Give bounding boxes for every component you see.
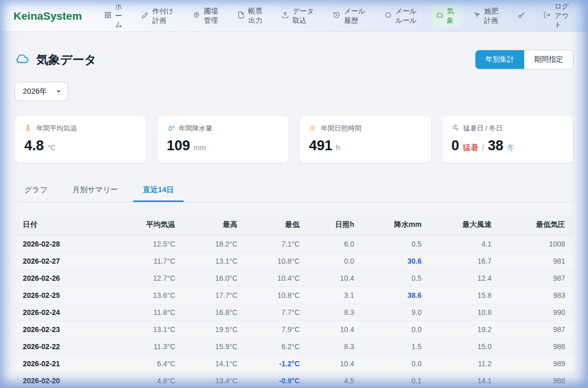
cell-rain: 38.6 xyxy=(359,287,427,304)
header-min-temp: 最低 xyxy=(243,214,305,236)
nav-item-weather[interactable]: 気象 xyxy=(431,4,460,27)
cell-rain: 0.0 xyxy=(359,321,427,338)
cell-avg-temp: 6.4°C xyxy=(129,355,180,372)
yearly-summary-button[interactable]: 年別集計 xyxy=(475,50,524,69)
nav-item-data-import[interactable]: データ取込 xyxy=(277,4,319,27)
cell-sunshine: 6.0 xyxy=(305,236,359,253)
nav-label: メールルール xyxy=(396,7,418,25)
cell-rain: 0.5 xyxy=(359,236,427,253)
cell-min-temp: -1.2°C xyxy=(243,355,305,372)
hot-days-label: 猛暑 xyxy=(463,143,479,153)
cell-min-temp: 6.2°C xyxy=(243,338,305,355)
cell-max-temp: 18.2°C xyxy=(180,236,243,253)
report-output-icon xyxy=(237,11,245,20)
stat-card-extreme-days: 猛暑日 / 冬日 0 猛暑 / 38 冬 xyxy=(442,116,574,163)
cell-max-temp: 13.1°C xyxy=(180,253,243,270)
cell-avg-temp: 12.5°C xyxy=(129,236,180,253)
year-select-value: 2026年 xyxy=(23,87,47,96)
cell-min-pressure: 987 xyxy=(497,321,573,338)
header-max-wind: 最大風速 xyxy=(427,214,497,236)
table-row: 2026-02-2812.5°C18.2°C7.1°C6.00.54.11008 xyxy=(15,236,573,253)
sun-icon xyxy=(309,124,316,133)
stat-unit: ℃ xyxy=(48,143,56,152)
cell-rain: 1.5 xyxy=(359,338,427,355)
stat-value: 491 xyxy=(309,138,332,154)
separator: / xyxy=(482,143,484,152)
cell-max-wind: 16.7 xyxy=(427,253,497,270)
header-sunshine: 日照h xyxy=(305,214,359,236)
table-row: 2026-02-2211.3°C15.9°C6.2°C8.31.515.0986 xyxy=(15,338,573,355)
stat-unit: h xyxy=(336,143,340,152)
cell-max-wind: 15.8 xyxy=(427,287,497,304)
cell-min-pressure: 1008 xyxy=(497,236,573,253)
header-rain: 降水mm xyxy=(359,214,427,236)
app-logo[interactable]: KeinaSystem xyxy=(13,10,82,22)
cell-rain: 30.6 xyxy=(359,253,427,270)
page-title: 気象データ xyxy=(36,52,96,68)
cold-days-value: 38 xyxy=(488,138,503,154)
table-row: 2026-02-2513.6°C17.7°C10.8°C3.138.615.89… xyxy=(15,287,573,304)
nav-label: 気象 xyxy=(447,7,455,25)
cell-date: 2026-02-21 xyxy=(15,355,129,372)
cell-sunshine: 8.3 xyxy=(305,304,359,321)
stat-label: 年間日照時間 xyxy=(321,124,361,133)
logout-icon xyxy=(543,11,551,20)
cell-max-wind: 15.0 xyxy=(427,338,497,355)
cell-avg-temp: 13.6°C xyxy=(129,287,180,304)
stat-cards: 年間平均気温 4.8 ℃ 年間降水量 109 mm xyxy=(15,116,573,163)
stat-unit: mm xyxy=(194,143,206,152)
stat-label: 年間平均気温 xyxy=(36,124,77,133)
mail-rule-icon xyxy=(385,11,392,20)
cell-min-temp: 10.8°C xyxy=(243,287,305,304)
period-select-button[interactable]: 期間指定 xyxy=(524,50,573,69)
nav-item-logout[interactable]: ログアウト xyxy=(539,0,575,32)
nav-item-home[interactable]: ホーム xyxy=(100,0,128,32)
cell-min-temp: 7.7°C xyxy=(243,304,305,321)
cell-avg-temp: 11.8°C xyxy=(129,304,180,321)
year-select[interactable]: 2026年 xyxy=(15,82,68,101)
cell-date: 2026-02-23 xyxy=(15,321,129,338)
cell-min-temp: 7.9°C xyxy=(243,321,305,338)
hot-days-value: 0 xyxy=(452,138,459,154)
chevron-down-icon xyxy=(55,88,62,96)
cell-sunshine: 10.4 xyxy=(305,321,359,338)
cell-min-pressure: 990 xyxy=(497,304,573,321)
cell-sunshine: 3.1 xyxy=(305,287,359,304)
table-row: 2026-02-216.4°C14.1°C-1.2°C10.40.011.298… xyxy=(15,355,573,372)
nav-item-key[interactable] xyxy=(513,9,530,23)
cell-max-wind: 12.4 xyxy=(427,270,497,287)
nav-item-planting-plan[interactable]: 作付け計画 xyxy=(137,4,179,27)
cell-date: 2026-02-25 xyxy=(15,287,129,304)
wind-icon xyxy=(452,124,459,133)
cell-date: 2026-02-22 xyxy=(15,338,129,355)
cell-rain: 0.5 xyxy=(359,270,427,287)
data-import-icon xyxy=(282,11,289,20)
cell-max-temp: 19.5°C xyxy=(180,321,243,338)
cell-date: 2026-02-27 xyxy=(15,253,129,270)
stat-card-sunshine: 年間日照時間 491 h xyxy=(299,116,431,163)
tab-bar: グラフ 月別サマリー 直近14日 xyxy=(15,180,573,202)
home-icon xyxy=(104,11,111,20)
cell-max-wind: 14.1 xyxy=(427,372,497,388)
nav-item-fertilizer-plan[interactable]: 施肥計画 xyxy=(469,4,505,27)
cell-avg-temp: 4.8°C xyxy=(129,372,180,388)
cell-max-wind: 11.2 xyxy=(427,355,497,372)
tab-graph[interactable]: グラフ xyxy=(15,180,58,202)
cell-avg-temp: 11.7°C xyxy=(129,253,180,270)
cell-max-temp: 15.9°C xyxy=(180,338,243,355)
table-row: 2026-02-2411.8°C16.8°C7.7°C8.39.010.8990 xyxy=(15,304,573,321)
nav-item-report-output[interactable]: 帳票出力 xyxy=(233,4,269,27)
nav-label: データ取込 xyxy=(292,7,315,25)
tab-monthly-summary[interactable]: 月別サマリー xyxy=(63,180,128,202)
cell-max-temp: 17.7°C xyxy=(180,287,243,304)
table-row: 2026-02-2612.7°C16.0°C10.4°C10.40.512.49… xyxy=(15,270,573,287)
tab-recent-14-days[interactable]: 直近14日 xyxy=(133,180,184,202)
cell-max-temp: 16.0°C xyxy=(180,270,243,287)
mail-history-icon xyxy=(333,11,340,20)
nav-item-mail-rule[interactable]: メールルール xyxy=(380,4,423,27)
nav-item-field-management[interactable]: 圃場管理 xyxy=(188,4,224,27)
stat-label: 猛暑日 / 冬日 xyxy=(464,124,503,133)
cold-days-label: 冬 xyxy=(507,143,515,153)
stat-card-precipitation: 年間降水量 109 mm xyxy=(157,116,289,163)
nav-item-mail-history[interactable]: メール履歴 xyxy=(328,4,371,27)
